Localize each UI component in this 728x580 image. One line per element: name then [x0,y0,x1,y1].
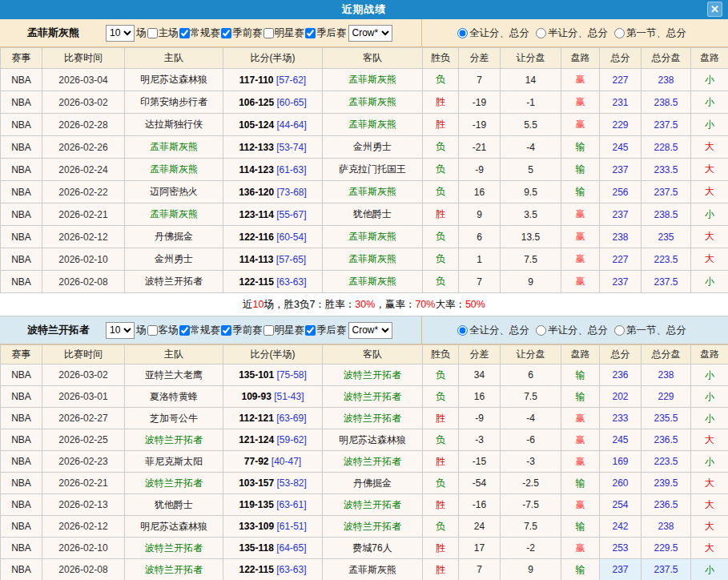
radio-input[interactable] [457,28,468,38]
date-cell: 2026-02-23 [42,451,125,473]
league-cell: NBA [1,429,42,451]
radio-input[interactable] [614,325,625,336]
filter-checkbox-1[interactable]: 常规赛 [179,324,221,337]
league-cell: NBA [1,91,42,114]
scope-radio-0[interactable]: 全让分、总分 [457,26,529,40]
checkbox-input[interactable] [147,325,158,336]
filter-checkbox-2[interactable]: 季前赛 [220,324,263,337]
league-cell: NBA [1,559,42,580]
result-cell: 负 [423,226,459,248]
total-line-cell: 223.5 [642,451,691,473]
filter-checkbox-4[interactable]: 季后赛 [304,324,347,337]
game-count-select[interactable]: 10 [106,25,135,42]
handicap-cell: -7.5 [501,494,561,516]
scope-radio-2[interactable]: 第一节、总分 [614,26,686,40]
column-header-0: 赛事 [1,345,42,365]
final-score: 122-115 [239,276,273,288]
checkbox-input[interactable] [263,325,274,336]
away-team-cell: 孟菲斯灰熊 [323,226,423,248]
handicap-cell: -2.5 [501,473,561,494]
away-team-cell: 孟菲斯灰熊 [323,559,423,580]
league-cell: NBA [1,69,42,91]
summary-segment: 大率： [435,298,465,312]
result-cell: 负 [423,159,459,181]
final-score: 133-109 [239,521,274,532]
result-cell: 胜 [423,451,459,473]
total-line-cell: 238 [642,516,691,538]
scope-radio-2[interactable]: 第一节、总分 [614,324,686,337]
scope-radio-0[interactable]: 全让分、总分 [457,324,529,337]
checkbox-input[interactable] [221,28,231,38]
away-team-cell: 孟菲斯灰熊 [323,91,423,114]
checkbox-input[interactable] [147,28,158,38]
game-count-select[interactable]: 10 [106,322,135,339]
team-name: 波特兰开拓者 [27,323,104,337]
league-cell: NBA [1,114,42,136]
scope-radio-1[interactable]: 半让分、总分 [536,324,608,337]
checkbox-input[interactable] [179,325,190,336]
filter-checkbox-3[interactable]: 明星赛 [263,324,305,337]
checkbox-input[interactable] [305,28,316,38]
checkbox-input[interactable] [221,325,231,336]
handicap-cell: 3.5 [501,203,561,226]
result-cell: 胜 [423,494,459,516]
handicap-cell: 7.5 [501,248,561,271]
score-cell: 122-115 [63-63] [223,271,323,293]
result-cell: 负 [423,181,459,203]
filter-checkbox-0[interactable]: 客场 [147,324,179,337]
match-row: NBA2026-03-04明尼苏达森林狼117-110 [57-62]孟菲斯灰熊… [1,69,728,91]
team-name: 孟菲斯灰熊 [27,26,104,40]
league-cell: NBA [1,203,42,226]
column-header-6: 分差 [459,48,501,69]
final-score: 103-157 [239,477,274,489]
total-line-cell: 236.5 [642,429,691,451]
half-time-score: [53-82] [277,477,307,489]
total-cell: 238 [600,226,642,248]
radio-input[interactable] [536,325,546,336]
radio-input[interactable] [536,28,546,38]
radio-input[interactable] [457,325,468,336]
away-team-cell: 费城76人 [323,538,423,559]
filter-checkbox-4[interactable]: 季后赛 [304,26,347,40]
handicap-result-cell: 赢 [561,271,600,293]
score-cell: 109-93 [51-43] [223,386,323,408]
radio-input[interactable] [614,28,625,38]
total-line-cell: 238.5 [642,91,691,114]
checkbox-input[interactable] [305,325,316,336]
result-cell: 胜 [423,408,459,429]
total-line-cell: 235 [642,226,691,248]
final-score: 112-133 [239,142,273,153]
handicap-result-cell: 赢 [561,203,600,226]
odds-provider-select[interactable]: Crow* [348,25,392,42]
result-cell: 负 [423,386,459,408]
filter-checkbox-1[interactable]: 常规赛 [179,26,221,40]
total-cell: 202 [600,386,642,408]
filter-bar-right: 全让分、总分半让分、总分第一节、总分 [422,316,728,344]
scope-radio-label: 半让分、总分 [548,26,608,40]
filter-bar-left: 波特兰开拓者10场客场常规赛季前赛明星赛季后赛Crow* [0,316,422,344]
checkbox-input[interactable] [263,28,274,38]
date-cell: 2026-02-21 [42,473,125,494]
filter-checkbox-0[interactable]: 主场 [147,26,179,40]
column-header-3: 比分(半场) [223,345,323,365]
final-score: 112-121 [239,413,273,424]
away-team-cell: 孟菲斯灰熊 [323,114,423,136]
checkbox-input[interactable] [179,28,190,38]
over-under-cell: 小 [691,451,728,473]
score-cell: 135-101 [75-58] [223,365,323,386]
half-time-score: [44-64] [277,119,307,131]
scope-radio-1[interactable]: 半让分、总分 [536,26,608,40]
date-cell: 2026-02-26 [42,136,125,159]
over-under-cell: 小 [691,365,728,386]
handicap-result-cell: 输 [561,181,600,203]
league-cell: NBA [1,408,42,429]
home-team-cell: 夏洛特黄蜂 [125,386,223,408]
column-header-2: 主队 [125,345,223,365]
filter-checkbox-2[interactable]: 季前赛 [220,26,263,40]
diff-cell: 9 [459,203,501,226]
close-icon[interactable]: ✕ [707,2,722,17]
filter-checkbox-3[interactable]: 明星赛 [263,26,305,40]
odds-provider-select[interactable]: Crow* [348,322,392,339]
home-team-cell: 波特兰开拓者 [125,271,223,293]
away-team-cell: 孟菲斯灰熊 [323,181,423,203]
